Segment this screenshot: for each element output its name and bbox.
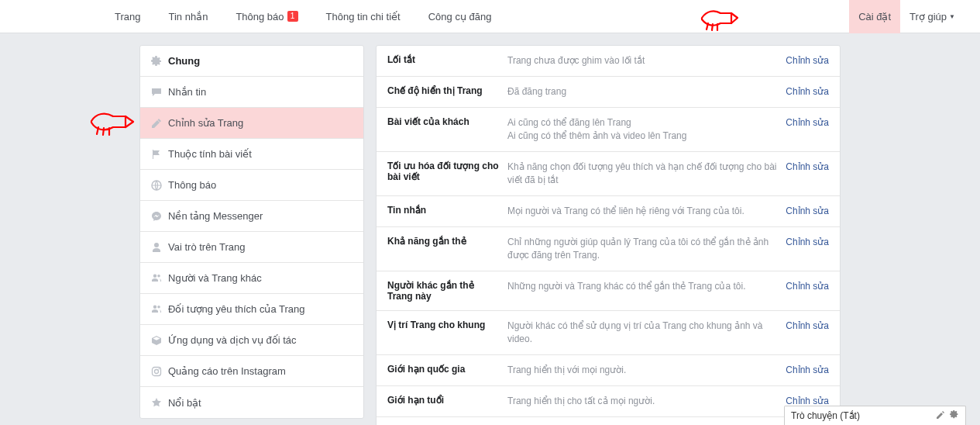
setting-edit: Chỉnh sửa — [779, 320, 829, 331]
setting-edit: Chỉnh sửa — [779, 161, 829, 172]
setting-value: Người khác có thể sử dụng vị trí của Tra… — [507, 320, 779, 346]
sidebar-item-label: Thông báo — [168, 179, 216, 191]
flag-icon — [151, 149, 168, 160]
people-icon — [151, 304, 168, 315]
sidebar-item-5[interactable]: Nền tảng Messenger — [140, 201, 363, 232]
pointer-annotation-icon — [87, 109, 135, 138]
instagram-icon — [151, 366, 168, 377]
sidebar-item-6[interactable]: Vai trò trên Trang — [140, 232, 363, 263]
sidebar-item-label: Người và Trang khác — [168, 272, 262, 284]
setting-row-9: Giới hạn tuổiTrang hiển thị cho tất cả m… — [377, 386, 840, 417]
setting-value: Trang chưa được ghim vào lối tắt — [507, 54, 779, 67]
setting-edit: Chỉnh sửa — [779, 54, 829, 66]
sidebar-item-label: Vai trò trên Trang — [168, 241, 245, 253]
edit-link[interactable]: Chỉnh sửa — [786, 161, 829, 172]
setting-label: Giới hạn tuổi — [387, 395, 507, 406]
setting-row-7: Vị trí Trang cho khungNgười khác có thể … — [377, 311, 840, 355]
setting-label: Người khác gắn thẻ Trang này — [387, 280, 507, 302]
edit-link[interactable]: Chỉnh sửa — [786, 396, 829, 406]
setting-edit: Chỉnh sửa — [779, 85, 829, 97]
messenger-icon — [151, 211, 168, 222]
setting-label: Chế độ hiển thị Trang — [387, 85, 507, 96]
sidebar-item-label: Quảng cáo trên Instagram — [168, 365, 286, 377]
sidebar-item-4[interactable]: Thông báo — [140, 170, 363, 201]
setting-edit: Chỉnh sửa — [779, 364, 829, 375]
pencil-icon — [151, 118, 168, 129]
edit-link[interactable]: Chỉnh sửa — [786, 206, 829, 216]
chat-bar[interactable]: Trò chuyện (Tắt) — [784, 406, 966, 425]
setting-value: Ai cũng có thể đăng lên TrangAi cũng có … — [507, 116, 779, 143]
sidebar-item-label: Thuộc tính bài viết — [168, 148, 252, 160]
sidebar-item-3[interactable]: Thuộc tính bài viết — [140, 139, 363, 170]
nav-thong-bao[interactable]: Thông báo 1 — [222, 0, 311, 33]
chat-compose-icon[interactable] — [936, 410, 945, 422]
sidebar-item-8[interactable]: Đối tượng yêu thích của Trang — [140, 294, 363, 325]
nav-tin-nhan[interactable]: Tin nhắn — [154, 0, 222, 33]
setting-label: Bài viết của khách — [387, 116, 507, 127]
sidebar-item-11[interactable]: Nổi bật — [140, 387, 363, 418]
setting-label: Tối ưu hóa đối tượng cho bài viết — [387, 161, 507, 182]
gear-icon — [151, 56, 168, 67]
nav-trang[interactable]: Trang — [101, 0, 154, 33]
chat-gear-icon[interactable] — [950, 410, 959, 422]
setting-label: Khả năng gắn thẻ — [387, 236, 507, 247]
edit-link[interactable]: Chỉnh sửa — [786, 281, 829, 292]
edit-link[interactable]: Chỉnh sửa — [786, 365, 829, 375]
chat-icon — [151, 87, 168, 98]
settings-content: Lối tắtTrang chưa được ghim vào lối tắtC… — [376, 45, 841, 425]
nav-thong-tin[interactable]: Thông tin chi tiết — [312, 0, 414, 33]
settings-sidebar: ChungNhắn tinChỉnh sửa TrangThuộc tính b… — [139, 45, 364, 419]
sidebar-item-label: Ứng dụng và dịch vụ đối tác — [168, 334, 296, 346]
top-nav: Trang Tin nhắn Thông báo 1 Thông tin chi… — [0, 0, 980, 33]
nav-cong-cu[interactable]: Công cụ đăng — [414, 0, 506, 33]
nav-cai-dat[interactable]: Cài đặt — [849, 0, 900, 33]
setting-label: Giới hạn quốc gia — [387, 364, 507, 375]
setting-row-10: Kiểm duyệt trangKhông từ nào bị chặn từ … — [377, 417, 840, 425]
globe-icon — [151, 180, 168, 191]
setting-value: Chỉ những người giúp quản lý Trang của t… — [507, 236, 779, 262]
sidebar-item-2[interactable]: Chỉnh sửa Trang — [140, 108, 363, 139]
setting-row-1: Chế độ hiển thị TrangĐã đăng trangChỉnh … — [377, 77, 840, 108]
sidebar-item-1[interactable]: Nhắn tin — [140, 77, 363, 108]
setting-row-5: Khả năng gắn thẻChỉ những người giúp quả… — [377, 227, 840, 271]
top-nav-right: Cài đặt Trợ giúp▼ — [849, 0, 965, 33]
setting-row-0: Lối tắtTrang chưa được ghim vào lối tắtC… — [377, 46, 840, 77]
sidebar-item-0[interactable]: Chung — [140, 46, 363, 77]
setting-edit: Chỉnh sửa — [779, 236, 829, 247]
setting-value: Trang hiển thị với mọi người. — [507, 364, 779, 377]
svg-point-2 — [155, 369, 159, 373]
sidebar-item-label: Nền tảng Messenger — [168, 210, 263, 222]
edit-link[interactable]: Chỉnh sửa — [786, 237, 829, 247]
sidebar-item-7[interactable]: Người và Trang khác — [140, 263, 363, 294]
pointer-annotation-icon — [697, 6, 740, 33]
edit-link[interactable]: Chỉnh sửa — [786, 117, 829, 128]
edit-link[interactable]: Chỉnh sửa — [786, 320, 829, 331]
chevron-down-icon: ▼ — [949, 13, 955, 20]
setting-value: Những người và Trang khác có thể gắn thẻ… — [507, 280, 779, 293]
cube-icon — [151, 335, 168, 346]
setting-row-2: Bài viết của kháchAi cũng có thể đăng lê… — [377, 108, 840, 152]
setting-label: Vị trí Trang cho khung — [387, 320, 507, 330]
setting-row-4: Tin nhắnMọi người và Trang có thể liên h… — [377, 196, 840, 227]
setting-label: Lối tắt — [387, 54, 507, 65]
edit-link[interactable]: Chỉnh sửa — [786, 55, 829, 66]
chat-title: Trò chuyện (Tắt) — [791, 410, 936, 421]
top-nav-left: Trang Tin nhắn Thông báo 1 Thông tin chi… — [101, 0, 505, 33]
sidebar-item-10[interactable]: Quảng cáo trên Instagram — [140, 356, 363, 387]
nav-tro-giup[interactable]: Trợ giúp▼ — [900, 0, 965, 33]
setting-label: Tin nhắn — [387, 205, 507, 216]
setting-edit: Chỉnh sửa — [779, 280, 829, 292]
sidebar-item-label: Nhắn tin — [168, 86, 206, 98]
sidebar-item-label: Chỉnh sửa Trang — [168, 117, 243, 129]
setting-row-8: Giới hạn quốc giaTrang hiển thị với mọi … — [377, 355, 840, 386]
setting-edit: Chỉnh sửa — [779, 116, 829, 128]
setting-value: Mọi người và Trang có thể liên hệ riêng … — [507, 205, 779, 218]
person-icon — [151, 242, 168, 253]
setting-value: Đã đăng trang — [507, 85, 779, 98]
setting-value: Khả năng chọn đối tượng yêu thích và hạn… — [507, 161, 779, 187]
sidebar-item-9[interactable]: Ứng dụng và dịch vụ đối tác — [140, 325, 363, 356]
sidebar-item-label: Nổi bật — [168, 397, 201, 409]
setting-row-6: Người khác gắn thẻ Trang nàyNhững người … — [377, 271, 840, 311]
edit-link[interactable]: Chỉnh sửa — [786, 86, 829, 97]
setting-row-3: Tối ưu hóa đối tượng cho bài viếtKhả năn… — [377, 152, 840, 196]
